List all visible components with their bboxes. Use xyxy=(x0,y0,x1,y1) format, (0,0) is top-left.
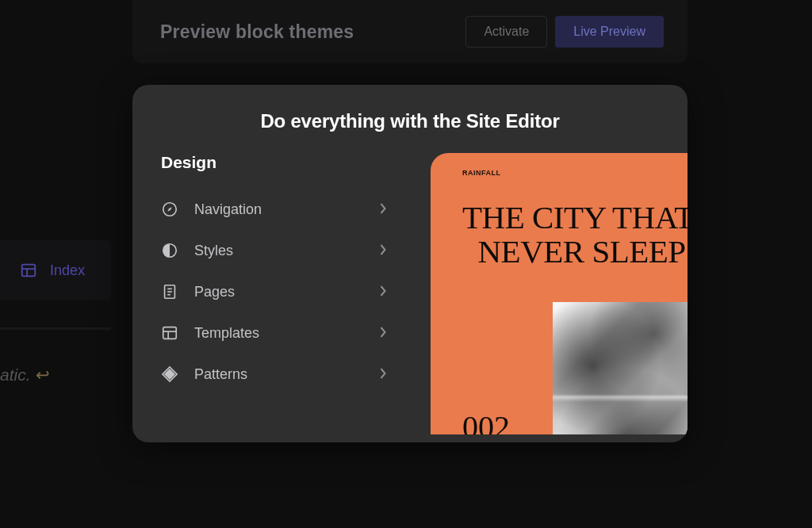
preview-number: 002 xyxy=(462,408,510,434)
design-item-styles[interactable]: Styles xyxy=(161,234,415,267)
design-item-label: Navigation xyxy=(194,201,364,218)
svg-marker-4 xyxy=(167,207,172,212)
compass-icon xyxy=(161,201,178,218)
design-item-label: Patterns xyxy=(194,366,364,383)
chevron-right-icon xyxy=(380,366,387,383)
preview-headline-l1: THE CITY THAT xyxy=(462,199,688,235)
preview-headline: THE CITY THAT NEVER SLEEP xyxy=(462,201,688,269)
design-item-navigation[interactable]: Navigation xyxy=(161,193,415,226)
modal-title: Do everything with the Site Editor xyxy=(132,85,688,132)
left-snippet-text: atic. xyxy=(0,365,31,385)
chevron-right-icon xyxy=(380,243,387,259)
top-buttons: Activate Live Preview xyxy=(465,16,664,48)
chevron-right-icon xyxy=(380,325,387,342)
design-item-label: Pages xyxy=(194,284,364,300)
return-icon: ↩ xyxy=(36,365,50,385)
design-heading: Design xyxy=(161,153,415,172)
sidebar-item-index[interactable]: Index xyxy=(0,240,111,300)
site-editor-modal: Do everything with the Site Editor Desig… xyxy=(132,85,688,442)
diamond-icon xyxy=(161,365,178,383)
preview-themes-bar: Preview block themes Activate Live Previ… xyxy=(132,0,688,63)
design-item-label: Styles xyxy=(194,243,364,259)
svg-rect-10 xyxy=(163,327,177,339)
left-divider xyxy=(0,327,111,330)
design-list: Navigation Styles xyxy=(161,193,415,391)
preview-brand: RAINFALL xyxy=(462,169,688,177)
sidebar-item-label: Index xyxy=(50,262,85,279)
chevron-right-icon xyxy=(380,284,387,300)
svg-rect-0 xyxy=(22,265,36,277)
design-item-patterns[interactable]: Patterns xyxy=(161,358,415,391)
preview-headline-l2: NEVER SLEEP xyxy=(478,233,686,270)
design-item-pages[interactable]: Pages xyxy=(161,275,415,308)
activate-button[interactable]: Activate xyxy=(465,16,547,48)
half-circle-icon xyxy=(161,242,178,259)
layout-icon xyxy=(20,262,37,279)
design-item-label: Templates xyxy=(194,325,364,342)
left-code-snippet: atic. ↩ xyxy=(0,365,50,385)
preview-image xyxy=(553,302,688,434)
page-icon xyxy=(161,283,178,300)
window-icon xyxy=(161,324,178,342)
live-preview-button[interactable]: Live Preview xyxy=(555,16,664,48)
design-item-templates[interactable]: Templates xyxy=(161,316,415,350)
site-preview: RAINFALL THE CITY THAT NEVER SLEEP 002 xyxy=(431,153,688,434)
design-panel: Design Navigation xyxy=(161,153,415,434)
chevron-right-icon xyxy=(380,201,387,218)
preview-themes-title: Preview block themes xyxy=(160,21,354,43)
